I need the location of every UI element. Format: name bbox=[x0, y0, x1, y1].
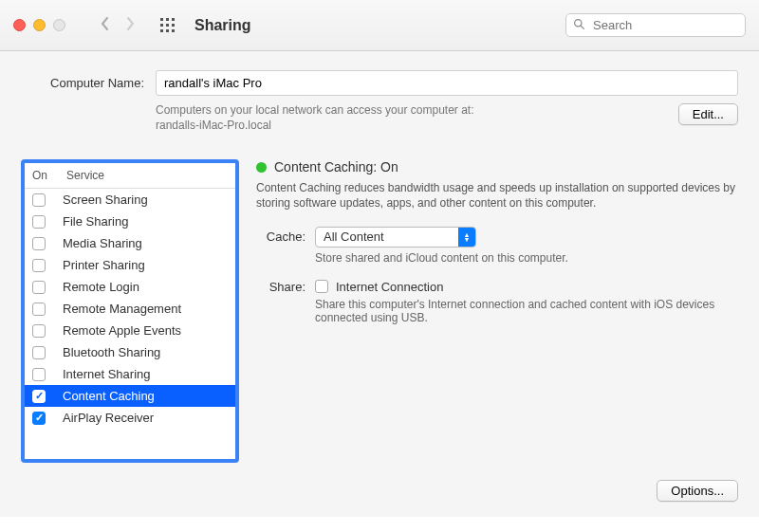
grid-icon[interactable] bbox=[160, 18, 176, 33]
share-option-label: Internet Connection bbox=[336, 280, 443, 294]
cache-select[interactable]: All Content ▲▼ bbox=[315, 227, 476, 248]
back-icon[interactable] bbox=[100, 16, 111, 34]
service-description: Content Caching reduces bandwidth usage … bbox=[256, 180, 738, 211]
share-checkbox[interactable] bbox=[315, 280, 328, 293]
cache-hint: Store shared and iCloud content on this … bbox=[315, 251, 738, 265]
status-text: Content Caching: On bbox=[274, 159, 398, 174]
minimize-dot[interactable] bbox=[33, 19, 46, 31]
edit-button[interactable]: Edit... bbox=[678, 103, 738, 125]
cache-label: Cache: bbox=[256, 229, 305, 244]
service-label: Remote Login bbox=[63, 280, 139, 294]
service-row[interactable]: Remote Login bbox=[25, 276, 235, 298]
service-row[interactable]: File Sharing bbox=[25, 211, 235, 232]
service-checkbox[interactable] bbox=[32, 368, 46, 381]
search-icon bbox=[573, 18, 585, 33]
computer-name-label: Computer Name: bbox=[21, 76, 144, 90]
service-label: File Sharing bbox=[63, 214, 128, 229]
service-label: Content Caching bbox=[63, 389, 155, 403]
close-dot[interactable] bbox=[13, 19, 26, 31]
share-hint: Share this computer's Internet connectio… bbox=[315, 298, 738, 324]
service-row[interactable]: Content Caching bbox=[25, 385, 235, 407]
service-checkbox[interactable] bbox=[32, 259, 46, 272]
service-checkbox[interactable] bbox=[32, 346, 46, 359]
service-label: Printer Sharing bbox=[63, 258, 145, 272]
service-detail: Content Caching: On Content Caching redu… bbox=[256, 159, 738, 463]
service-label: Bluetooth Sharing bbox=[63, 345, 160, 359]
search-input[interactable] bbox=[565, 13, 746, 37]
service-row[interactable]: Remote Apple Events bbox=[25, 320, 235, 341]
share-label: Share: bbox=[256, 280, 305, 294]
service-label: Remote Apple Events bbox=[63, 323, 181, 338]
service-label: Screen Sharing bbox=[63, 193, 148, 207]
service-row[interactable]: Remote Management bbox=[25, 298, 235, 320]
service-row[interactable]: AirPlay Receiver bbox=[25, 407, 235, 429]
service-checkbox[interactable] bbox=[32, 193, 46, 207]
service-row[interactable]: Internet Sharing bbox=[25, 363, 235, 385]
service-row[interactable]: Media Sharing bbox=[25, 232, 235, 254]
window-controls bbox=[13, 19, 65, 31]
services-header: On Service bbox=[25, 163, 235, 189]
toolbar: Sharing bbox=[0, 0, 759, 51]
service-checkbox[interactable] bbox=[32, 281, 46, 294]
service-label: Internet Sharing bbox=[63, 367, 151, 381]
services-list: On Service Screen SharingFile SharingMed… bbox=[21, 159, 239, 463]
service-label: Media Sharing bbox=[63, 236, 142, 250]
service-label: Remote Management bbox=[63, 302, 181, 316]
window-title: Sharing bbox=[194, 17, 251, 34]
chevron-updown-icon: ▲▼ bbox=[458, 228, 475, 247]
svg-line-1 bbox=[581, 26, 583, 28]
service-checkbox[interactable] bbox=[32, 412, 46, 425]
options-button[interactable]: Options... bbox=[657, 480, 738, 502]
service-checkbox[interactable] bbox=[32, 215, 46, 229]
service-checkbox[interactable] bbox=[32, 237, 46, 250]
service-row[interactable]: Screen Sharing bbox=[25, 189, 235, 211]
service-label: AirPlay Receiver bbox=[63, 411, 154, 425]
service-checkbox[interactable] bbox=[32, 390, 46, 403]
status-indicator-icon bbox=[256, 162, 267, 173]
zoom-dot[interactable] bbox=[53, 19, 65, 31]
service-row[interactable]: Printer Sharing bbox=[25, 254, 235, 276]
computer-name-input[interactable] bbox=[156, 70, 738, 96]
service-checkbox[interactable] bbox=[32, 303, 46, 316]
service-checkbox[interactable] bbox=[32, 324, 46, 338]
computer-access-text: Computers on your local network can acce… bbox=[156, 103, 667, 133]
forward-icon[interactable] bbox=[124, 16, 136, 34]
service-row[interactable]: Bluetooth Sharing bbox=[25, 341, 235, 363]
